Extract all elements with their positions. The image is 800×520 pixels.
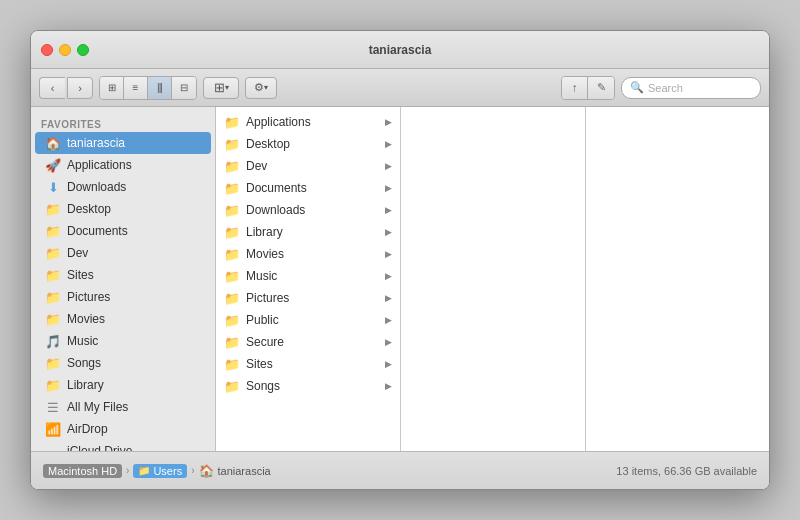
file-item-dev[interactable]: 📁 Dev ▶ — [216, 155, 400, 177]
arrow-icon: ▶ — [385, 293, 392, 303]
breadcrumb-user-label: taniarascia — [218, 465, 271, 477]
file-column-2 — [401, 107, 586, 451]
sidebar-item-applications[interactable]: 🚀 Applications — [35, 154, 211, 176]
close-button[interactable] — [41, 44, 53, 56]
file-name: Sites — [246, 357, 379, 371]
file-column-3 — [586, 107, 769, 451]
sidebar-item-music[interactable]: 🎵 Music — [35, 330, 211, 352]
sidebar-item-movies[interactable]: 📁 Movies — [35, 308, 211, 330]
icon-view-icon: ⊞ — [108, 82, 116, 93]
arrow-icon: ▶ — [385, 381, 392, 391]
macintosh-label: Macintosh HD — [43, 464, 122, 478]
file-name: Applications — [246, 115, 379, 129]
arrow-icon: ▶ — [385, 337, 392, 347]
sidebar-item-airdrop[interactable]: 📶 AirDrop — [35, 418, 211, 440]
file-item-movies[interactable]: 📁 Movies ▶ — [216, 243, 400, 265]
pictures-icon: 📁 — [45, 289, 61, 305]
allmyfiles-icon: ☰ — [45, 399, 61, 415]
forward-icon: › — [78, 82, 82, 94]
breadcrumb-taniarascia[interactable]: 🏠 taniarascia — [199, 464, 271, 478]
airdrop-icon: 📶 — [45, 421, 61, 437]
sidebar-item-library[interactable]: 📁 Library — [35, 374, 211, 396]
downloads-icon: ⬇ — [45, 179, 61, 195]
action-buttons: ↑ ✎ — [561, 76, 615, 100]
favorites-label: Favorites — [31, 115, 215, 132]
breadcrumb-sep-2: › — [191, 465, 194, 476]
file-item-songs[interactable]: 📁 Songs ▶ — [216, 375, 400, 397]
breadcrumb-users[interactable]: 📁 Users — [133, 464, 187, 478]
finder-window: taniarascia ‹ › ⊞ ≡ ||| ⊟ — [30, 30, 770, 490]
columns-area: 📁 Applications ▶ 📁 Desktop ▶ 📁 Dev ▶ 📁 D… — [216, 107, 769, 451]
sidebar-item-sites[interactable]: 📁 Sites — [35, 264, 211, 286]
sidebar-item-taniarascia[interactable]: 🏠 taniarascia — [35, 132, 211, 154]
maximize-button[interactable] — [77, 44, 89, 56]
sidebar-item-desktop[interactable]: 📁 Desktop — [35, 198, 211, 220]
file-name: Music — [246, 269, 379, 283]
file-item-secure[interactable]: 📁 Secure ▶ — [216, 331, 400, 353]
view-icon-button[interactable]: ⊞ — [100, 77, 124, 99]
breadcrumb-sep-1: › — [126, 465, 129, 476]
file-item-desktop[interactable]: 📁 Desktop ▶ — [216, 133, 400, 155]
sidebar-item-label: Movies — [67, 312, 105, 326]
arrow-icon: ▶ — [385, 183, 392, 193]
sidebar-item-label: AirDrop — [67, 422, 108, 436]
arrange-button[interactable]: ⊞ ▾ — [203, 77, 239, 99]
arrow-icon: ▶ — [385, 161, 392, 171]
sidebar-item-label: iCloud Drive — [67, 444, 132, 451]
sidebar-item-label: Applications — [67, 158, 132, 172]
file-item-library[interactable]: 📁 Library ▶ — [216, 221, 400, 243]
applications-icon: 🚀 — [45, 157, 61, 173]
gear-button[interactable]: ⚙ ▾ — [245, 77, 277, 99]
arrow-icon: ▶ — [385, 315, 392, 325]
sidebar-item-icloud[interactable]: ☁ iCloud Drive — [35, 440, 211, 451]
sidebar-item-label: All My Files — [67, 400, 128, 414]
sidebar-item-allmyfiles[interactable]: ☰ All My Files — [35, 396, 211, 418]
back-button[interactable]: ‹ — [39, 77, 65, 99]
view-cover-button[interactable]: ⊟ — [172, 77, 196, 99]
search-icon: 🔍 — [630, 81, 644, 94]
file-name: Documents — [246, 181, 379, 195]
share-button[interactable]: ↑ — [562, 77, 588, 99]
file-item-public[interactable]: 📁 Public ▶ — [216, 309, 400, 331]
edit-button[interactable]: ✎ — [588, 77, 614, 99]
folder-icon: 📁 — [224, 312, 240, 328]
file-name: Pictures — [246, 291, 379, 305]
sidebar-item-pictures[interactable]: 📁 Pictures — [35, 286, 211, 308]
forward-button[interactable]: › — [67, 77, 93, 99]
search-placeholder: Search — [648, 82, 683, 94]
sidebar-item-documents[interactable]: 📁 Documents — [35, 220, 211, 242]
back-icon: ‹ — [51, 82, 55, 94]
file-name: Desktop — [246, 137, 379, 151]
main-content: Favorites 🏠 taniarascia 🚀 Applications ⬇… — [31, 107, 769, 451]
minimize-button[interactable] — [59, 44, 71, 56]
sidebar-item-dev[interactable]: 📁 Dev — [35, 242, 211, 264]
music-icon: 🎵 — [45, 333, 61, 349]
window-title: taniarascia — [369, 43, 432, 57]
file-item-music[interactable]: 📁 Music ▶ — [216, 265, 400, 287]
file-item-downloads[interactable]: 📁 Downloads ▶ — [216, 199, 400, 221]
file-item-applications[interactable]: 📁 Applications ▶ — [216, 111, 400, 133]
sidebar-item-label: Songs — [67, 356, 101, 370]
sidebar-item-label: Pictures — [67, 290, 110, 304]
file-item-documents[interactable]: 📁 Documents ▶ — [216, 177, 400, 199]
file-name: Dev — [246, 159, 379, 173]
view-list-button[interactable]: ≡ — [124, 77, 148, 99]
arrow-icon: ▶ — [385, 271, 392, 281]
view-column-button[interactable]: ||| — [148, 77, 172, 99]
file-item-pictures[interactable]: 📁 Pictures ▶ — [216, 287, 400, 309]
search-box[interactable]: 🔍 Search — [621, 77, 761, 99]
file-name: Downloads — [246, 203, 379, 217]
sidebar-item-songs[interactable]: 📁 Songs — [35, 352, 211, 374]
file-name: Songs — [246, 379, 379, 393]
sidebar-item-label: Sites — [67, 268, 94, 282]
titlebar: taniarascia — [31, 31, 769, 69]
nav-buttons: ‹ › — [39, 77, 93, 99]
breadcrumb-macintosh[interactable]: Macintosh HD — [43, 464, 122, 478]
folder-icon: 📁 — [224, 246, 240, 262]
file-item-sites[interactable]: 📁 Sites ▶ — [216, 353, 400, 375]
folder-icon: 📁 — [224, 268, 240, 284]
sidebar-item-downloads[interactable]: ⬇ Downloads — [35, 176, 211, 198]
gear-arrow-icon: ▾ — [264, 83, 268, 92]
toolbar: ‹ › ⊞ ≡ ||| ⊟ ⊞ ▾ ⚙ ▾ — [31, 69, 769, 107]
home-icon: 🏠 — [45, 135, 61, 151]
